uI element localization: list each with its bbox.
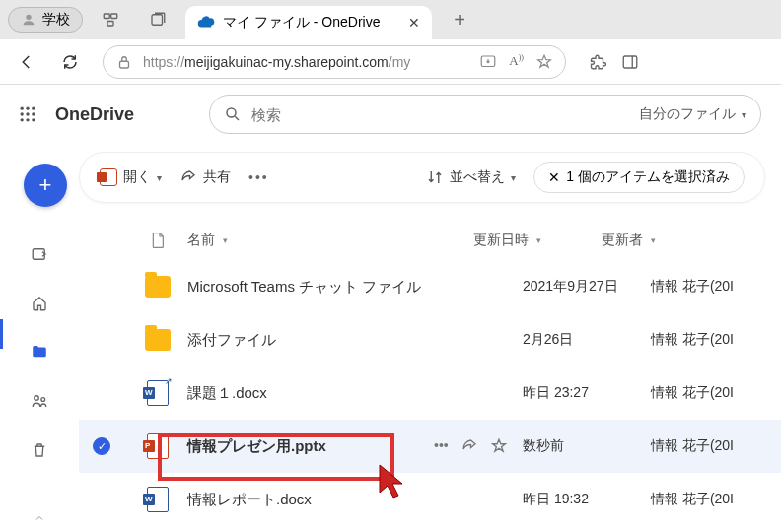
svg-point-0 xyxy=(26,15,31,20)
sidebar-toggle-icon[interactable] xyxy=(621,53,639,71)
refresh-button[interactable] xyxy=(55,47,85,77)
word-icon: W↗ xyxy=(147,380,169,406)
file-date: 数秒前 xyxy=(523,437,564,455)
command-bar: 開く ▾ 共有 ••• 並べ替え ▾ ✕ 1 個のアイテムを選択済み xyxy=(79,152,765,203)
file-row[interactable]: W情報レポート.docx昨日 19:32情報 花子(20I xyxy=(79,473,781,526)
svg-rect-1 xyxy=(104,14,109,19)
svg-rect-7 xyxy=(623,56,637,68)
file-name[interactable]: 情報プレゼン用.pptx xyxy=(187,437,326,456)
nav-shared-icon[interactable] xyxy=(26,387,53,415)
search-input[interactable] xyxy=(251,106,629,123)
sort-button[interactable]: 並べ替え ▾ xyxy=(426,168,516,186)
file-name[interactable]: 添付ファイル xyxy=(187,331,276,350)
file-date: 昨日 19:32 xyxy=(523,491,589,508)
svg-point-20 xyxy=(41,397,45,401)
open-button[interactable]: 開く ▾ xyxy=(100,168,162,186)
sort-icon xyxy=(426,168,444,186)
sort-label: 並べ替え xyxy=(450,168,505,186)
row-share-icon[interactable] xyxy=(461,437,478,455)
onedrive-icon xyxy=(197,14,215,32)
app-brand[interactable]: OneDrive xyxy=(55,104,134,125)
file-row[interactable]: Microsoft Teams チャット ファイル2021年9月27日情報 花子… xyxy=(79,260,781,313)
svg-rect-3 xyxy=(107,22,113,27)
share-icon xyxy=(179,168,197,186)
share-label: 共有 xyxy=(203,168,231,186)
folder-icon xyxy=(145,329,171,351)
file-row[interactable]: W↗課題１.docx昨日 23:27情報 花子(20I xyxy=(79,366,781,420)
extensions-icon[interactable] xyxy=(590,53,607,71)
tab-close-icon[interactable]: ✕ xyxy=(408,15,420,31)
svg-point-12 xyxy=(26,112,29,115)
back-button[interactable] xyxy=(12,47,41,77)
column-headers: 名前 ▾ 更新日時 ▾ 更新者 ▾ xyxy=(79,221,781,260)
nav-expand-icon[interactable] xyxy=(26,504,53,532)
nav-recycle-icon[interactable] xyxy=(26,436,53,464)
file-modifier: 情報 花子(20I xyxy=(651,491,734,508)
favorite-icon[interactable] xyxy=(535,53,553,71)
name-header-label: 名前 xyxy=(187,232,215,249)
svg-point-10 xyxy=(32,107,35,110)
chevron-down-icon: ▾ xyxy=(536,235,541,245)
search-icon xyxy=(224,105,242,123)
browser-toolbar: https://meijigakuinac-my.sharepoint.com/… xyxy=(0,39,781,85)
name-column-header[interactable]: 名前 ▾ xyxy=(187,232,473,249)
nav-goto-icon[interactable] xyxy=(26,240,53,268)
file-modifier: 情報 花子(20I xyxy=(651,384,734,402)
chevron-down-icon: ▾ xyxy=(742,109,746,120)
chevron-down-icon: ▾ xyxy=(511,172,516,183)
date-header-label: 更新日時 xyxy=(473,232,529,249)
chevron-down-icon: ▾ xyxy=(223,235,228,245)
more-button[interactable]: ••• xyxy=(248,169,269,185)
file-row[interactable]: ✓P情報プレゼン用.pptx•••数秒前情報 花子(20I xyxy=(79,420,781,473)
search-filter[interactable]: 自分のファイル ▾ xyxy=(629,105,746,123)
date-column-header[interactable]: 更新日時 ▾ xyxy=(473,232,602,249)
search-box[interactable]: 自分のファイル ▾ xyxy=(209,95,761,134)
file-name[interactable]: 情報レポート.docx xyxy=(187,491,312,509)
file-row[interactable]: 添付ファイル2月26日情報 花子(20I xyxy=(79,313,781,366)
browser-tab-strip: 学校 マイ ファイル - OneDrive ✕ + xyxy=(0,0,781,39)
svg-rect-4 xyxy=(152,15,163,26)
nav-home-icon[interactable] xyxy=(26,290,53,317)
nav-myfiles-icon[interactable] xyxy=(26,338,53,366)
file-type-header-icon[interactable] xyxy=(128,231,187,250)
new-button[interactable]: + xyxy=(24,164,67,207)
svg-point-9 xyxy=(26,107,29,110)
powerpoint-icon xyxy=(100,168,117,186)
svg-point-11 xyxy=(21,112,24,115)
modifier-header-label: 更新者 xyxy=(602,232,643,249)
folder-icon xyxy=(145,276,171,298)
file-modifier: 情報 花子(20I xyxy=(651,331,734,349)
powerpoint-icon: P xyxy=(147,433,169,459)
file-date: 2月26日 xyxy=(523,331,573,349)
new-tab-button[interactable]: + xyxy=(440,0,479,39)
file-date: 昨日 23:27 xyxy=(523,384,589,402)
lock-icon xyxy=(115,53,133,71)
workspaces-icon[interactable] xyxy=(91,0,130,39)
selection-pill[interactable]: ✕ 1 個のアイテムを選択済み xyxy=(533,162,745,193)
profile-label: 学校 xyxy=(42,11,70,29)
profile-pill[interactable]: 学校 xyxy=(8,7,83,33)
search-filter-label: 自分のファイル xyxy=(639,105,736,123)
address-bar[interactable]: https://meijigakuinac-my.sharepoint.com/… xyxy=(103,45,566,79)
browser-tab[interactable]: マイ ファイル - OneDrive ✕ xyxy=(185,6,432,39)
row-favorite-icon[interactable] xyxy=(490,437,508,455)
app-launcher-icon[interactable] xyxy=(16,102,39,126)
file-name[interactable]: 課題１.docx xyxy=(187,384,267,403)
collections-icon[interactable] xyxy=(138,0,178,39)
clear-selection-icon[interactable]: ✕ xyxy=(548,169,560,185)
svg-point-14 xyxy=(21,118,24,121)
share-button[interactable]: 共有 xyxy=(179,168,231,186)
tab-title: マイ ファイル - OneDrive xyxy=(223,14,380,32)
svg-point-19 xyxy=(35,396,39,401)
row-checkbox[interactable]: ✓ xyxy=(93,437,110,455)
modifier-column-header[interactable]: 更新者 ▾ xyxy=(602,232,781,249)
app-header: OneDrive 自分のファイル ▾ xyxy=(0,85,781,144)
app-install-icon[interactable] xyxy=(479,53,497,71)
svg-rect-5 xyxy=(120,61,129,68)
file-name[interactable]: Microsoft Teams チャット ファイル xyxy=(187,278,421,297)
file-date: 2021年9月27日 xyxy=(523,278,618,296)
selection-label: 1 個のアイテムを選択済み xyxy=(566,168,730,186)
svg-rect-2 xyxy=(111,14,117,19)
reader-icon[interactable]: A)) xyxy=(509,53,524,71)
row-more-icon[interactable]: ••• xyxy=(434,437,449,455)
